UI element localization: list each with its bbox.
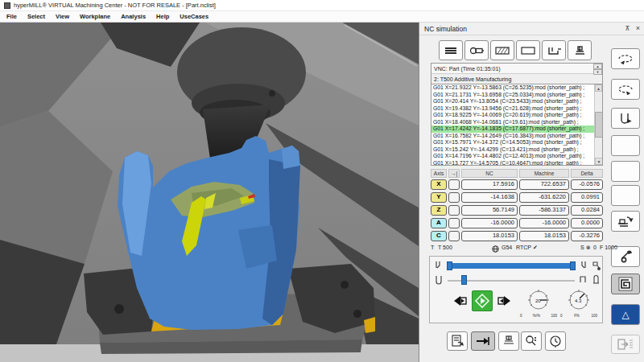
scroll-down-icon[interactable]: ▼ [595, 158, 603, 165]
axis-c-couple-button[interactable] [448, 231, 460, 241]
gcode-scrollbar[interactable]: ▲ ▼ [594, 84, 602, 165]
close-icon[interactable]: × [634, 24, 642, 33]
feed-override-dial[interactable]: 4.3 0 F% 100 [560, 289, 597, 313]
machine-small-icon [502, 335, 516, 348]
rotate-table-ccw-button[interactable] [611, 79, 640, 100]
menu-select[interactable]: Select [27, 13, 45, 20]
step-mode-button[interactable] [471, 331, 495, 351]
axis-row-a: A -16.0000 -16.0000 0.0000 [431, 216, 603, 229]
gcode-line-current[interactable]: G01 X=17.4242 Y=-14.1835 (C=17.6877):mod… [431, 125, 602, 133]
play-button[interactable] [472, 290, 493, 311]
axis-x-nc: 17.5916 [461, 179, 518, 190]
menu-analysis[interactable]: Analysis [121, 13, 146, 20]
menu-usecases[interactable]: UseCases [180, 13, 208, 20]
axis-a-button[interactable]: A [431, 218, 447, 228]
step-back-button[interactable] [452, 294, 467, 308]
single-path-button[interactable] [611, 108, 640, 129]
tool-visibility-button[interactable] [464, 40, 489, 60]
scale-unit: %/% [533, 314, 540, 318]
simulation-playback-box: 20 0 %/% 100 4.3 [429, 256, 603, 323]
toolpath-display-button[interactable] [611, 274, 640, 294]
empty-button-1[interactable] [611, 135, 640, 156]
axis-row-y: Y -14.1638 -631.6220 0.0991 [431, 191, 603, 204]
program-name: VNC: Part (Time 01:35:01) [434, 66, 501, 72]
axis-c-button[interactable]: C [431, 231, 447, 241]
window-title: hyperMILL® VIRTUAL Machining Center - NO… [14, 2, 216, 9]
gcode-line[interactable]: G01 X=21.1731 Y=-13.6958 (C=25.0334):mod… [431, 92, 602, 99]
fixture-visibility-button[interactable] [490, 40, 514, 60]
workpiece [118, 136, 300, 330]
empty-button-3[interactable] [611, 185, 640, 206]
gcode-listing[interactable]: G01 X=21.9322 Y=-13.5863 (C=26.5235):mod… [431, 84, 603, 166]
menubar: File Select View Workplane Analysis Help… [0, 11, 644, 23]
scale-unit: F% [574, 314, 580, 318]
scroll-up-icon[interactable]: ▲ [595, 84, 602, 92]
gcode-line[interactable]: G01 X=14.7196 Y=-14.4802 (C=12.4013):mod… [431, 153, 602, 160]
axis-z-button[interactable]: Z [431, 205, 447, 216]
machine-status-row: T T 500 G54 RTCP ✓ S ⊗ 0 F 1000 [431, 245, 603, 254]
program-spinner: ▲ ▼ [593, 64, 602, 73]
workpiece-visibility-button[interactable] [516, 40, 540, 60]
step-forward-icon [497, 294, 512, 308]
stop-condition-icon [591, 274, 601, 285]
axis-x-couple-button[interactable] [448, 179, 460, 190]
rotate-cw-icon [616, 53, 635, 64]
axis-y-button[interactable]: Y [431, 192, 447, 203]
time-analysis-button[interactable] [545, 331, 566, 351]
axis-table-header: Axis →|← NC Machine Delta [431, 169, 603, 178]
application-window: hyperMILL® VIRTUAL Machining Center - NO… [0, 0, 644, 362]
gcode-line[interactable]: G01 X=15.7971 Y=-14.372 (C=14.5053):mod … [431, 139, 602, 146]
feed-value: F 1000 [600, 245, 617, 250]
stock-visibility-button[interactable] [439, 40, 463, 60]
range-end-handle[interactable] [570, 261, 576, 270]
protocol-report-button[interactable] [447, 331, 468, 351]
table-kinematics-button[interactable] [611, 211, 640, 232]
analysis-tools-button[interactable] [521, 331, 542, 351]
menu-view[interactable]: View [56, 13, 69, 20]
axis-a-couple-button[interactable] [448, 218, 460, 228]
gcode-line[interactable]: G01 X=18.4068 Y=-14.0681 (C=19.61):mod (… [431, 119, 602, 126]
progress-slider-handle[interactable] [461, 275, 467, 285]
gcode-line[interactable]: G01 X=21.9322 Y=-13.5863 (C=26.5235):mod… [431, 84, 602, 92]
program-selector: VNC: Part (Time 01:35:01) ▲ ▼ 2: T500 Ad… [431, 63, 603, 84]
gcode-line[interactable]: G01 X=20.414 Y=-13.8054 (C=23.5433):mod … [431, 98, 602, 105]
rtcp-check-icon: ✓ [533, 245, 538, 251]
axis-y-couple-button[interactable] [448, 192, 460, 203]
gcode-line[interactable]: G01 X=16.7582 Y=-14.2649 (C=16.3843):mod… [431, 133, 602, 140]
axis-z-couple-button[interactable] [448, 205, 460, 216]
pin-icon[interactable]: ⊼ [623, 24, 632, 33]
scrollbar-thumb[interactable] [595, 112, 603, 138]
gcode-line[interactable]: G01 X=19.4382 Y=-13.9456 (C=21.628):mod … [431, 105, 602, 113]
report-document-icon [450, 335, 464, 348]
axis-x-button[interactable]: X [431, 179, 447, 190]
machine-view-button[interactable] [568, 40, 592, 60]
axis-a-delta: 0.0000 [571, 218, 603, 228]
machining-3d-viewport[interactable] [0, 23, 419, 362]
axis-x-machine: 722.6537 [519, 179, 569, 190]
step-back-icon [452, 294, 467, 308]
program-range-slider[interactable] [448, 263, 575, 269]
collision-check-button[interactable]: △ [611, 304, 640, 325]
menu-help[interactable]: Help [156, 13, 169, 20]
axis-x-delta: -0.0576 [571, 179, 603, 190]
gcode-line[interactable]: G01 X=18.9225 Y=-14.0069 (C=20.619):mod … [431, 112, 602, 119]
gcode-line[interactable]: G01 X=13.727 Y=-14.5705 (C=10.4647):mod … [431, 160, 602, 167]
spindle-value: 0 [593, 245, 597, 250]
range-start-handle[interactable] [447, 261, 452, 270]
menu-file[interactable]: File [6, 13, 17, 20]
spinner-down-icon[interactable]: ▼ [593, 69, 602, 75]
scale-max: 100 [591, 314, 597, 318]
empty-button-2[interactable] [611, 161, 640, 182]
machine-simulation-button[interactable] [498, 331, 519, 351]
header-machine: Machine [519, 169, 569, 178]
axis-row-x: X 17.5916 722.6537 -0.0576 [431, 178, 603, 191]
scale-max: 100 [551, 314, 557, 318]
spinner-up-icon[interactable]: ▲ [593, 64, 602, 69]
speed-override-dial[interactable]: 20 0 %/% 100 [520, 289, 557, 313]
program-row[interactable]: VNC: Part (Time 01:35:01) ▲ ▼ [431, 64, 602, 74]
rotate-table-cw-button[interactable] [611, 48, 640, 69]
gcode-line[interactable]: G01 X=15.242 Y=-14.4299 (C=13.421):mod (… [431, 146, 602, 154]
vise-view-button[interactable] [542, 40, 566, 60]
menu-workplane[interactable]: Workplane [80, 13, 110, 20]
step-forward-button[interactable] [497, 294, 512, 308]
